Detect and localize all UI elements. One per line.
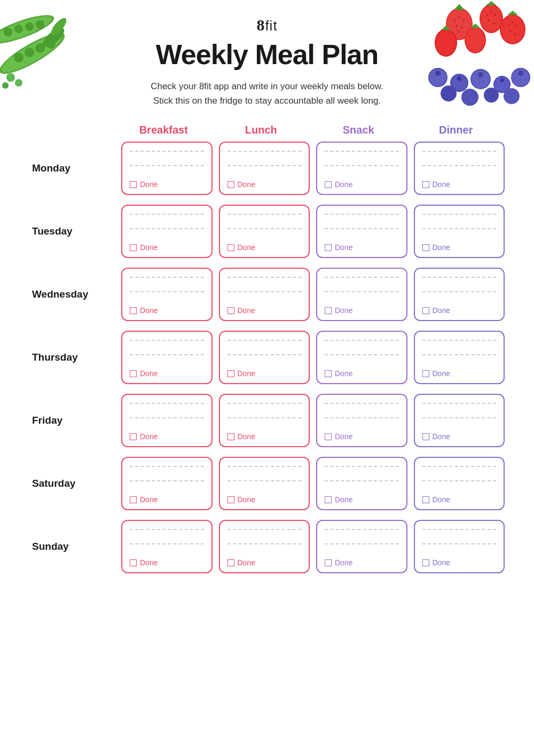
done-row-lunch[interactable]: Done — [227, 369, 302, 378]
done-row-breakfast[interactable]: Done — [130, 558, 204, 567]
meal-cell-saturday-dinner[interactable]: Done — [414, 457, 505, 510]
done-row-lunch[interactable]: Done — [227, 306, 302, 315]
done-row-snack[interactable]: Done — [325, 306, 399, 315]
done-checkbox-breakfast[interactable] — [130, 307, 137, 314]
done-checkbox-lunch[interactable] — [227, 307, 234, 314]
done-row-lunch[interactable]: Done — [227, 243, 302, 252]
done-checkbox-breakfast[interactable] — [130, 181, 137, 188]
done-checkbox-dinner[interactable] — [422, 244, 429, 251]
done-row-dinner[interactable]: Done — [422, 432, 497, 441]
done-checkbox-dinner[interactable] — [422, 370, 429, 377]
done-label-lunch: Done — [238, 432, 255, 441]
dashed-line-1 — [227, 466, 302, 467]
done-row-snack[interactable]: Done — [325, 369, 399, 378]
done-checkbox-snack[interactable] — [325, 433, 332, 440]
done-checkbox-snack[interactable] — [325, 496, 332, 503]
meal-cell-tuesday-lunch[interactable]: Done — [219, 205, 310, 258]
page-title: Weekly Meal Plan — [0, 38, 534, 71]
meal-cell-tuesday-dinner[interactable]: Done — [414, 205, 505, 258]
meal-cell-saturday-breakfast[interactable]: Done — [121, 457, 213, 510]
dashed-line-1 — [422, 340, 497, 341]
done-checkbox-snack[interactable] — [325, 307, 332, 314]
done-checkbox-breakfast[interactable] — [130, 244, 137, 251]
done-row-lunch[interactable]: Done — [227, 558, 302, 567]
done-row-dinner[interactable]: Done — [422, 369, 497, 378]
done-checkbox-dinner[interactable] — [422, 433, 429, 440]
dashed-line-2 — [325, 480, 399, 481]
done-label-breakfast: Done — [140, 495, 158, 504]
done-row-dinner[interactable]: Done — [422, 495, 497, 504]
meal-cell-monday-snack[interactable]: Done — [316, 142, 407, 195]
meal-cell-wednesday-dinner[interactable]: Done — [414, 268, 505, 321]
done-checkbox-breakfast[interactable] — [130, 433, 137, 440]
meal-cell-tuesday-snack[interactable]: Done — [316, 205, 407, 258]
done-row-breakfast[interactable]: Done — [130, 369, 204, 378]
done-checkbox-breakfast[interactable] — [130, 559, 137, 566]
meal-cell-sunday-lunch[interactable]: Done — [219, 520, 310, 573]
done-checkbox-lunch[interactable] — [227, 181, 234, 188]
done-checkbox-lunch[interactable] — [227, 370, 234, 377]
done-checkbox-lunch[interactable] — [227, 244, 234, 251]
done-checkbox-lunch[interactable] — [227, 433, 234, 440]
meal-cell-friday-lunch[interactable]: Done — [219, 394, 310, 447]
meal-cell-wednesday-breakfast[interactable]: Done — [121, 268, 213, 321]
meal-cell-thursday-snack[interactable]: Done — [316, 331, 407, 384]
done-label-lunch: Done — [238, 180, 255, 189]
done-checkbox-snack[interactable] — [325, 181, 332, 188]
meal-cell-monday-lunch[interactable]: Done — [219, 142, 310, 195]
meal-cell-friday-snack[interactable]: Done — [316, 394, 407, 447]
meal-cell-friday-dinner[interactable]: Done — [414, 394, 505, 447]
col-header-empty — [29, 124, 115, 136]
meal-cell-sunday-dinner[interactable]: Done — [414, 520, 505, 573]
done-checkbox-dinner[interactable] — [422, 181, 429, 188]
done-row-breakfast[interactable]: Done — [130, 495, 204, 504]
meal-cell-wednesday-snack[interactable]: Done — [316, 268, 407, 321]
done-row-dinner[interactable]: Done — [422, 306, 497, 315]
done-label-lunch: Done — [238, 369, 255, 378]
meal-cell-tuesday-breakfast[interactable]: Done — [121, 205, 213, 258]
done-row-snack[interactable]: Done — [325, 180, 399, 189]
done-row-snack[interactable]: Done — [325, 558, 399, 567]
done-checkbox-breakfast[interactable] — [130, 496, 137, 503]
done-row-breakfast[interactable]: Done — [130, 180, 204, 189]
meal-cell-thursday-dinner[interactable]: Done — [414, 331, 505, 384]
meal-cell-saturday-lunch[interactable]: Done — [219, 457, 310, 510]
dashed-line-1 — [130, 529, 204, 530]
done-row-lunch[interactable]: Done — [227, 495, 302, 504]
done-row-breakfast[interactable]: Done — [130, 306, 204, 315]
meal-cell-thursday-breakfast[interactable]: Done — [121, 331, 213, 384]
done-row-breakfast[interactable]: Done — [130, 243, 204, 252]
done-row-snack[interactable]: Done — [325, 432, 399, 441]
done-row-breakfast[interactable]: Done — [130, 432, 204, 441]
dashed-line-1 — [422, 277, 497, 278]
dashed-line-2 — [422, 480, 497, 481]
meal-cell-friday-breakfast[interactable]: Done — [121, 394, 213, 447]
done-checkbox-dinner[interactable] — [422, 307, 429, 314]
meal-cell-sunday-breakfast[interactable]: Done — [121, 520, 213, 573]
done-checkbox-breakfast[interactable] — [130, 370, 137, 377]
done-row-lunch[interactable]: Done — [227, 432, 302, 441]
meal-cell-wednesday-lunch[interactable]: Done — [219, 268, 310, 321]
done-checkbox-snack[interactable] — [325, 244, 332, 251]
dashed-line-1 — [130, 466, 204, 467]
done-checkbox-snack[interactable] — [325, 559, 332, 566]
done-checkbox-dinner[interactable] — [422, 496, 429, 503]
meal-cell-monday-dinner[interactable]: Done — [414, 142, 505, 195]
meal-cell-sunday-snack[interactable]: Done — [316, 520, 407, 573]
done-label-breakfast: Done — [140, 558, 158, 567]
meal-cell-saturday-snack[interactable]: Done — [316, 457, 407, 510]
done-row-lunch[interactable]: Done — [227, 180, 302, 189]
done-checkbox-snack[interactable] — [325, 370, 332, 377]
done-checkbox-dinner[interactable] — [422, 559, 429, 566]
meal-cell-monday-breakfast[interactable]: Done — [121, 142, 213, 195]
done-row-dinner[interactable]: Done — [422, 243, 497, 252]
done-row-dinner[interactable]: Done — [422, 558, 497, 567]
done-checkbox-lunch[interactable] — [227, 496, 234, 503]
done-row-snack[interactable]: Done — [325, 243, 399, 252]
logo-text: fit — [265, 18, 277, 34]
meal-cell-thursday-lunch[interactable]: Done — [219, 331, 310, 384]
day-row-saturday: SaturdayDoneDoneDoneDone — [27, 457, 507, 510]
done-checkbox-lunch[interactable] — [227, 559, 234, 566]
done-row-snack[interactable]: Done — [325, 495, 399, 504]
done-row-dinner[interactable]: Done — [422, 180, 497, 189]
